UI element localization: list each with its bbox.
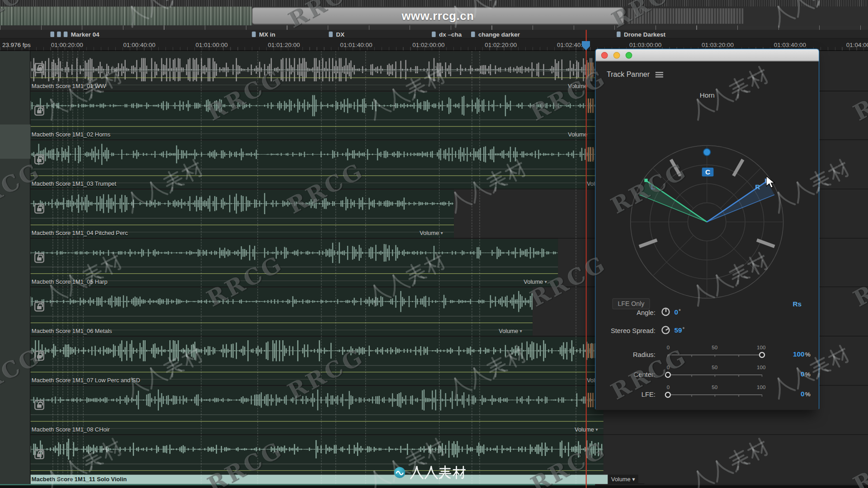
grid-marker-line	[72, 51, 73, 484]
angle-label: Angle:	[596, 309, 656, 316]
slider-value[interactable]: 100%	[778, 350, 811, 358]
stereo-spread-value[interactable]: 59°	[674, 326, 684, 334]
lane-divider-line	[30, 316, 533, 316]
slider-label: LFE:	[596, 390, 656, 398]
lock-icon[interactable]	[34, 63, 44, 73]
marker-flag-icon[interactable]	[64, 32, 68, 37]
lane-divider-line	[30, 169, 603, 169]
lane-divider-line	[30, 281, 558, 281]
marker-flag-icon[interactable]	[50, 32, 54, 37]
angle-dial-icon[interactable]	[661, 308, 670, 316]
selected-track-name-bar[interactable]: Macbeth Score 1M1_11 Solo Violin	[30, 475, 608, 484]
angle-value[interactable]: 0°	[674, 308, 680, 316]
timecode-tick: 01:01:20:00	[268, 42, 300, 48]
marker-label[interactable]: change darker	[478, 31, 520, 38]
slider-row: Radius:050100100%	[596, 343, 819, 361]
close-button[interactable]	[601, 52, 608, 59]
slider-row: Center:0501000%	[596, 362, 819, 381]
clip-overview-strip	[0, 25, 868, 30]
timecode-tick: 01:01:40:00	[340, 42, 372, 48]
slider-tickmark	[738, 375, 739, 377]
playhead-waveform-highlight	[586, 62, 594, 77]
lane-divider-line	[30, 414, 603, 415]
zoom-button[interactable]	[626, 52, 632, 59]
volume-automation-line[interactable]	[30, 470, 603, 471]
volume-automation-line[interactable]	[30, 273, 558, 274]
marker-flag-icon[interactable]	[432, 32, 436, 37]
marker-flag-icon[interactable]	[57, 32, 61, 37]
slider-knob[interactable]	[759, 352, 764, 357]
lock-icon[interactable]	[34, 449, 44, 459]
panel-menu-icon[interactable]	[656, 72, 663, 77]
audio-clip[interactable]	[30, 239, 558, 286]
grid-marker-line	[201, 51, 201, 484]
slider-knob[interactable]	[665, 371, 670, 377]
audio-clip[interactable]	[30, 386, 603, 435]
slider-value[interactable]: 0%	[778, 370, 811, 378]
speaker-center-label[interactable]: C	[702, 168, 714, 177]
stereo-spread-dial-icon[interactable]	[661, 326, 670, 334]
marker-label[interactable]: dx –cha	[439, 31, 462, 38]
minimize-button[interactable]	[613, 52, 620, 59]
slider-track[interactable]	[668, 394, 762, 395]
volume-selector[interactable]: Volume	[568, 131, 587, 138]
volume-automation-line[interactable]	[30, 126, 603, 127]
track-name: Macbeth Score 1M1_07 Low Perc and SD	[32, 377, 140, 384]
audio-clip[interactable]	[30, 92, 603, 139]
timecode-tick: 01:01:00:00	[195, 42, 227, 48]
lane-divider-line	[30, 464, 603, 464]
slider-track[interactable]	[668, 375, 762, 375]
lane-divider-line	[30, 365, 603, 366]
volume-selector[interactable]: Volume ▾	[608, 475, 638, 484]
volume-selector[interactable]: Volume ▾	[499, 328, 522, 334]
lock-icon[interactable]	[34, 106, 44, 116]
marker-label[interactable]: MX in	[259, 31, 275, 38]
marker-row[interactable]: Marker 04MX inDXdx –chachange darkerDron…	[0, 30, 868, 39]
slider-scale-label: 50	[712, 344, 717, 350]
volume-automation-line[interactable]	[30, 372, 603, 372]
playhead-line[interactable]	[586, 30, 587, 488]
track-name: Macbeth Score 1M1_03 Trumpet	[32, 180, 116, 187]
slider-track[interactable]	[668, 355, 762, 355]
grid-marker-line	[472, 51, 472, 484]
audio-clip[interactable]	[30, 436, 603, 475]
slider-value[interactable]: 0%	[778, 390, 811, 398]
playhead-waveform-highlight	[586, 99, 594, 113]
bottom-strip	[0, 485, 868, 488]
lock-icon[interactable]	[34, 253, 44, 263]
volume-selector[interactable]: Volume	[568, 82, 587, 89]
window-titlebar[interactable]	[596, 49, 819, 61]
panel-title: Track Panner	[607, 70, 650, 79]
marker-flag-icon[interactable]	[471, 32, 475, 37]
slider-scale-label: 0	[667, 364, 670, 370]
speaker-left-label[interactable]: L	[651, 183, 655, 191]
daw-screen: www.rrcg.cn Marker 04MX inDXdx –chachang…	[0, 0, 868, 488]
empty-lane	[644, 475, 868, 484]
grid-marker-line	[321, 51, 321, 484]
slider-label: Radius:	[596, 351, 656, 358]
volume-automation-line[interactable]	[30, 225, 454, 225]
volume-automation-line[interactable]	[30, 175, 603, 176]
speaker-right-label[interactable]: R	[755, 183, 760, 191]
marker-flag-icon[interactable]	[252, 32, 256, 37]
timecode-tick: 01:00:20:00	[51, 42, 83, 48]
surround-field[interactable]: L C R Ls Rs	[596, 100, 820, 316]
lock-icon[interactable]	[34, 351, 44, 361]
volume-automation-line[interactable]	[30, 421, 603, 422]
lock-icon[interactable]	[34, 204, 44, 214]
slider-knob[interactable]	[665, 391, 670, 397]
playhead-waveform-highlight	[586, 343, 594, 358]
lock-icon[interactable]	[34, 301, 44, 311]
lane-divider-line	[30, 84, 603, 85]
lock-icon[interactable]	[34, 400, 44, 410]
audio-clip[interactable]	[30, 141, 603, 189]
volume-selector[interactable]: Volume ▾	[524, 278, 547, 285]
marker-flag-icon[interactable]	[329, 32, 333, 37]
marker-label[interactable]: Marker 04	[71, 31, 99, 38]
volume-automation-line[interactable]	[30, 323, 533, 323]
marker-label[interactable]: Drone Darkest	[624, 31, 665, 38]
volume-automation-line[interactable]	[30, 77, 603, 78]
marker-label[interactable]: DX	[336, 31, 344, 38]
lock-icon[interactable]	[34, 155, 44, 164]
marker-flag-icon[interactable]	[617, 32, 621, 37]
